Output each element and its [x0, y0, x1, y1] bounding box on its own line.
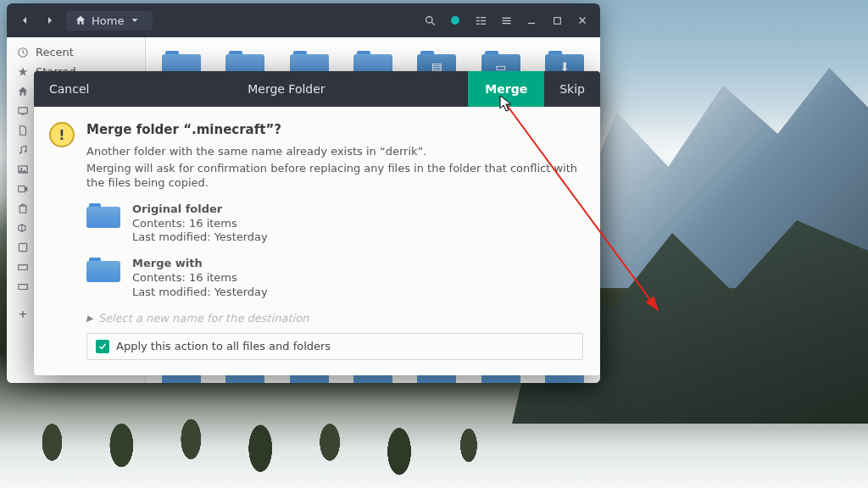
warning-icon: ! — [49, 122, 75, 147]
minimize-button[interactable] — [519, 8, 544, 33]
dialog-title: Merge Folder — [104, 82, 468, 96]
hamburger-menu-button[interactable] — [493, 8, 519, 33]
svg-rect-3 — [476, 23, 479, 24]
svg-point-18 — [20, 167, 22, 169]
original-folder-info: Original folder Contents: 16 items Last … — [86, 202, 583, 246]
svg-point-0 — [426, 16, 432, 23]
mergewith-contents: Contents: 16 items — [132, 271, 268, 286]
svg-rect-6 — [480, 23, 485, 24]
svg-rect-5 — [480, 19, 485, 20]
svg-rect-19 — [19, 186, 25, 191]
maximize-button[interactable] — [544, 8, 570, 33]
dialog-line1: Another folder with the same name alread… — [86, 144, 583, 159]
rename-expander[interactable]: ▶ Select a new name for the destination — [86, 312, 583, 324]
titlebar: Home — [7, 3, 600, 37]
cancel-button[interactable]: Cancel — [34, 71, 104, 107]
merge-folder-dialog: Cancel Merge Folder Merge Skip ! Merge f… — [34, 71, 600, 375]
sidebar-item-recent[interactable]: Recent — [7, 42, 145, 62]
back-button[interactable] — [12, 8, 37, 33]
breadcrumb-label: Home — [92, 14, 124, 27]
dialog-question: Merge folder “.minecraft”? — [86, 122, 583, 137]
svg-rect-13 — [19, 107, 28, 113]
original-title: Original folder — [132, 202, 268, 217]
apply-all-checkbox-row[interactable]: Apply this action to all files and folde… — [86, 333, 583, 360]
svg-rect-9 — [502, 23, 510, 24]
breadcrumb[interactable]: Home — [66, 11, 153, 30]
svg-rect-11 — [554, 17, 560, 24]
svg-rect-14 — [21, 114, 25, 114]
svg-point-16 — [25, 150, 26, 152]
checkbox-checked-icon — [96, 340, 109, 353]
forward-button[interactable] — [37, 8, 63, 33]
original-contents: Contents: 16 items — [132, 217, 268, 231]
folder-icon — [86, 202, 120, 228]
dialog-header: Cancel Merge Folder Merge Skip — [34, 71, 600, 107]
svg-rect-7 — [502, 17, 510, 18]
folder-icon — [86, 257, 120, 282]
svg-rect-10 — [528, 23, 535, 24]
expander-label: Select a new name for the destination — [98, 312, 309, 324]
chevron-down-icon — [129, 14, 141, 26]
merge-with-info: Merge with Contents: 16 items Last modif… — [86, 257, 583, 300]
close-button[interactable] — [570, 8, 595, 33]
apply-all-label: Apply this action to all files and folde… — [116, 340, 331, 352]
original-modified: Last modified: Yesterday — [132, 230, 268, 245]
skip-button[interactable]: Skip — [544, 71, 600, 107]
activity-indicator-icon — [451, 16, 459, 25]
svg-rect-2 — [476, 19, 479, 20]
svg-rect-8 — [502, 19, 510, 20]
view-toggle-button[interactable] — [468, 8, 493, 33]
home-icon — [75, 14, 86, 26]
mergewith-title: Merge with — [132, 257, 268, 271]
expand-triangle-icon: ▶ — [86, 313, 93, 323]
svg-rect-4 — [480, 17, 485, 18]
svg-point-15 — [19, 152, 21, 153]
svg-rect-1 — [476, 17, 479, 18]
merge-button[interactable]: Merge — [468, 71, 544, 107]
mergewith-modified: Last modified: Yesterday — [132, 286, 268, 300]
svg-rect-20 — [19, 243, 26, 251]
dialog-line2: Merging will ask for confirmation before… — [86, 161, 583, 191]
sidebar-item-label: Recent — [36, 46, 74, 58]
search-button[interactable] — [417, 8, 442, 33]
